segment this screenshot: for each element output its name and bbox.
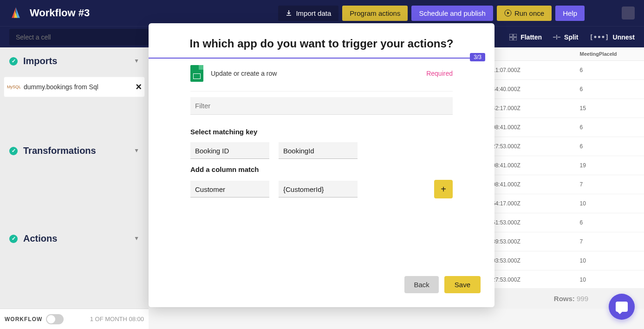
chat-fab[interactable] xyxy=(609,294,635,320)
column-match-title: Add a column match xyxy=(190,165,453,173)
unnest-icon: [•••] xyxy=(589,33,609,41)
add-column-match-button[interactable]: + xyxy=(434,180,453,198)
table-cell: 39:53.000Z xyxy=(487,238,574,245)
table-cell: 51:53.000Z xyxy=(487,219,574,226)
table-cell: 27:53.000Z xyxy=(487,143,574,150)
filter-input[interactable] xyxy=(190,97,453,115)
chevron-up-icon: ▲ xyxy=(134,148,139,154)
table-cell: 6 xyxy=(574,86,644,92)
imports-title: Imports xyxy=(23,56,57,66)
column-match-target-input[interactable] xyxy=(279,181,358,197)
table-cell: 08:41.000Z xyxy=(487,124,574,131)
workflow-title: Workflow #3 xyxy=(30,7,90,19)
table-cell: 10 xyxy=(574,276,644,283)
table-cell: 19 xyxy=(574,162,644,169)
workflow-toggle[interactable] xyxy=(46,314,64,324)
svg-rect-1 xyxy=(509,34,513,37)
table-cell: 6 xyxy=(574,219,644,226)
actions-title: Actions xyxy=(23,233,57,244)
modal-title: In which app do you want to trigger your… xyxy=(163,37,481,50)
transformations-title: Transformations xyxy=(23,145,96,156)
back-button[interactable]: Back xyxy=(404,276,438,293)
table-cell: 6 xyxy=(574,67,644,73)
table-cell: 6 xyxy=(574,124,644,131)
schedule-text: 1 OF MONTH 08:00 xyxy=(90,316,144,322)
chevron-up-icon: ▲ xyxy=(134,58,139,65)
svg-rect-2 xyxy=(514,34,517,37)
workflow-label: WORKFLOW xyxy=(5,316,42,322)
svg-rect-3 xyxy=(509,38,513,40)
check-icon: ✓ xyxy=(9,235,18,243)
cell-selector-input[interactable] xyxy=(9,29,149,46)
table-header-meetingplaceid: MeetingPlaceId xyxy=(574,47,644,60)
table-cell: 10 xyxy=(574,200,644,207)
program-actions-button[interactable]: Program actions xyxy=(342,6,408,21)
play-icon xyxy=(504,9,512,17)
schedule-publish-button[interactable]: Schedule and publish xyxy=(411,6,493,21)
table-cell: 10 xyxy=(574,257,644,264)
download-icon xyxy=(286,10,292,16)
column-match-source-input[interactable] xyxy=(190,181,269,197)
trigger-app-modal: In which app do you want to trigger your… xyxy=(149,23,494,307)
matching-key-title: Select matching key xyxy=(190,128,453,136)
app-logo xyxy=(9,7,22,20)
help-button[interactable]: Help xyxy=(555,6,585,21)
run-once-button[interactable]: Run once xyxy=(497,6,552,21)
flatten-action[interactable]: Flatten xyxy=(509,33,542,41)
table-cell: 08:41.000Z xyxy=(487,162,574,169)
required-badge: Required xyxy=(426,70,453,77)
matching-key-source-input[interactable] xyxy=(190,142,269,159)
import-source-name: dummy.bookings from Sql xyxy=(24,83,98,91)
chat-icon xyxy=(616,302,628,312)
check-icon: ✓ xyxy=(9,147,18,155)
table-cell: 42:17.000Z xyxy=(487,105,574,112)
table-cell: 08:41.000Z xyxy=(487,181,574,188)
table-header-empty xyxy=(487,47,574,60)
check-icon: ✓ xyxy=(9,57,18,66)
chevron-up-icon: ▲ xyxy=(134,236,139,242)
unnest-action[interactable]: [•••] Unnest xyxy=(589,33,635,41)
table-cell: 54:17.000Z xyxy=(487,200,574,207)
table-cell: 7 xyxy=(574,238,644,245)
split-icon xyxy=(553,34,560,40)
actions-section-header[interactable]: ✓ Actions ▲ xyxy=(0,225,149,252)
remove-import-button[interactable]: × xyxy=(136,82,142,92)
matching-key-target-input[interactable] xyxy=(279,142,358,159)
split-action[interactable]: Split xyxy=(553,33,578,41)
mysql-tag: MySQL xyxy=(7,85,21,89)
flatten-icon xyxy=(509,34,517,40)
table-cell: 03:53.000Z xyxy=(487,257,574,264)
import-data-button[interactable]: Import data xyxy=(278,6,338,21)
table-cell: 6 xyxy=(574,143,644,150)
table-cell: 15 xyxy=(574,105,644,112)
google-sheets-icon xyxy=(190,65,203,82)
table-cell: 27:53.000Z xyxy=(487,276,574,283)
rows-count: Rows: 999 xyxy=(554,295,588,303)
save-button[interactable]: Save xyxy=(444,276,481,293)
action-label: Update or create a row xyxy=(211,70,277,77)
table-cell: 44:40.000Z xyxy=(487,86,574,92)
table-cell: 11:07.000Z xyxy=(487,67,574,73)
svg-rect-4 xyxy=(514,38,517,40)
table-cell: 7 xyxy=(574,181,644,188)
transformations-section-header[interactable]: ✓ Transformations ▲ xyxy=(0,137,149,164)
user-avatar[interactable] xyxy=(622,7,635,20)
imports-section-header[interactable]: ✓ Imports ▲ xyxy=(0,47,149,75)
step-indicator: 3/3 xyxy=(470,53,485,61)
